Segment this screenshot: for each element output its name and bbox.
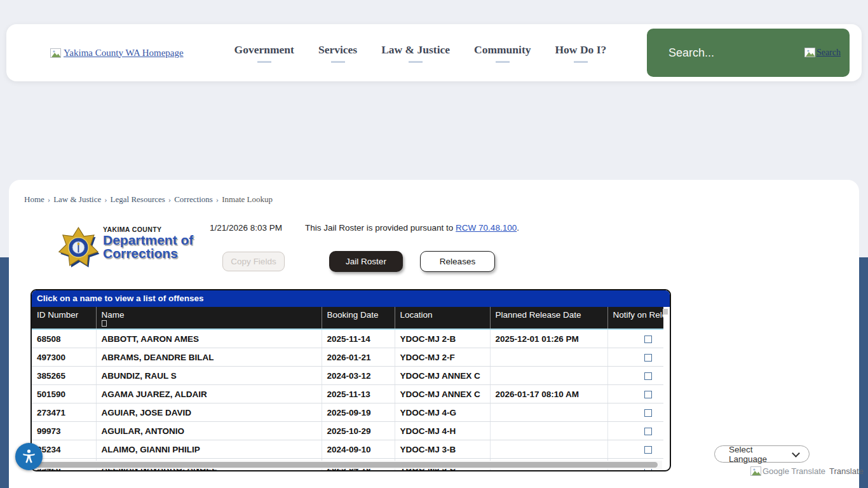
column-label: Booking Date	[327, 310, 379, 320]
rcw-link[interactable]: RCW 70.48.100	[456, 223, 517, 233]
notify-checkbox[interactable]	[644, 409, 652, 417]
nav-underline	[257, 61, 271, 63]
search-button-label: Search	[817, 48, 841, 58]
notify-checkbox[interactable]	[644, 446, 652, 454]
cell-booking-date: 2025-11-14	[322, 329, 395, 348]
cell-notify-on-release	[607, 348, 663, 367]
notify-checkbox[interactable]	[644, 391, 652, 398]
table-header-row: ID Number Name Booking Date Location Pla…	[32, 307, 663, 329]
cell-notify-on-release	[607, 385, 663, 403]
nav-item-community[interactable]: Community	[474, 43, 531, 63]
nav-item-services[interactable]: Services	[318, 43, 357, 63]
search-button[interactable]: Search	[804, 48, 841, 58]
breadcrumb-legal-resources[interactable]: Legal Resources	[111, 194, 165, 204]
column-header-location[interactable]: Location	[395, 307, 490, 329]
cell-planned-release-date	[490, 348, 607, 367]
column-header-booking-date[interactable]: Booking Date	[322, 307, 395, 329]
nav-label: Law & Justice	[381, 43, 450, 57]
nav-label: Government	[234, 43, 294, 57]
sort-placeholder-glyph	[102, 320, 107, 327]
column-label: Notify on Release	[613, 310, 664, 320]
cell-planned-release-date	[490, 403, 607, 422]
horizontal-scrollbar-thumb[interactable]	[36, 462, 658, 468]
site-header: Yakima County WA Homepage Government Ser…	[6, 24, 862, 81]
translate-label: Translate	[829, 466, 864, 476]
cell-planned-release-date: 2025-12-01 01:26 PM	[490, 329, 607, 348]
cell-booking-date: 2026-01-21	[322, 348, 395, 367]
cell-location: YDOC-MJ 4-G	[395, 403, 490, 422]
doc-dept-line1: Department of	[103, 233, 193, 247]
breadcrumb-separator: ›	[216, 194, 219, 204]
search-input[interactable]	[667, 46, 804, 60]
nav-item-law-justice[interactable]: Law & Justice	[381, 43, 450, 63]
cell-planned-release-date	[490, 422, 607, 440]
accessibility-button[interactable]	[15, 443, 43, 470]
nav-underline	[574, 61, 588, 63]
cell-inmate-name-link[interactable]: ABBOTT, AARON AMES	[96, 329, 322, 348]
broken-image-icon	[804, 48, 815, 57]
notify-checkbox[interactable]	[644, 372, 652, 380]
vertical-scrollbar[interactable]	[663, 309, 668, 315]
site-logo-link[interactable]: Yakima County WA Homepage	[50, 48, 184, 58]
inmate-roster-table: Click on a name to view a list of offens…	[31, 289, 671, 471]
roster-notice: This Jail Roster is provided pursuant to…	[305, 223, 519, 233]
broken-image-icon	[750, 466, 761, 476]
cell-inmate-name-link[interactable]: ALAIMO, GIANNI PHILIP	[96, 440, 322, 459]
table-row: 99973AGUILAR, ANTONIO2025-10-29YDOC-MJ 4…	[32, 422, 663, 440]
sheriff-badge-icon	[58, 224, 100, 273]
notify-checkbox[interactable]	[644, 336, 652, 343]
cell-inmate-name-link[interactable]: AGUILAR, ANTONIO	[96, 422, 322, 440]
jail-roster-button[interactable]: Jail Roster	[329, 251, 403, 272]
horizontal-scrollbar-track[interactable]	[33, 461, 662, 469]
breadcrumb-current-inmate-lookup: Inmate Lookup	[222, 194, 273, 204]
nav-label: Services	[318, 43, 357, 57]
cell-planned-release-date: 2026-01-17 08:10 AM	[490, 385, 607, 403]
breadcrumb-separator: ›	[48, 194, 50, 204]
breadcrumb-home[interactable]: Home	[24, 194, 44, 204]
cell-booking-date: 2025-09-19	[322, 403, 395, 422]
notice-period: .	[517, 223, 519, 233]
table-row: 273471AGUIAR, JOSE DAVID2025-09-19YDOC-M…	[32, 403, 663, 422]
nav-underline	[496, 61, 510, 63]
column-label: Location	[400, 310, 433, 320]
notify-checkbox[interactable]	[644, 354, 652, 362]
table-row: 68508ABBOTT, AARON AMES2025-11-14YDOC-MJ…	[32, 329, 663, 348]
nav-label: Community	[474, 43, 531, 57]
site-logo-alt-text: Yakima County WA Homepage	[64, 48, 184, 58]
nav-item-how-do-i[interactable]: How Do I?	[555, 43, 607, 63]
nav-label: How Do I?	[555, 43, 607, 57]
cell-id-number: 99973	[32, 422, 96, 440]
column-label: Name	[102, 310, 125, 320]
google-translate-attribution: Google Translate Translate	[750, 466, 864, 476]
column-header-notify-on-release[interactable]: Notify on Release	[607, 307, 663, 329]
nav-item-government[interactable]: Government	[234, 43, 294, 63]
cell-id-number: 68508	[32, 329, 96, 348]
table-row: 497300ABRAMS, DEANDRE BILAL2026-01-21YDO…	[32, 348, 663, 367]
cell-booking-date: 2025-11-13	[322, 385, 395, 403]
content-panel: Home›Law & Justice›Legal Resources›Corre…	[9, 180, 859, 488]
doc-logo-text: YAKIMA COUNTY Department of Corrections	[103, 226, 193, 260]
column-label: ID Number	[37, 310, 78, 320]
roster-timestamp: 1/21/2026 8:03 PM	[210, 223, 282, 233]
cell-inmate-name-link[interactable]: AGAMA JUAREZ, ALDAIR	[96, 385, 322, 403]
copy-fields-button[interactable]: Copy Fields	[222, 252, 285, 271]
cell-inmate-name-link[interactable]: ABRAMS, DEANDRE BILAL	[96, 348, 322, 367]
column-header-name[interactable]: Name	[96, 307, 322, 329]
cell-notify-on-release	[607, 329, 663, 348]
cell-planned-release-date	[490, 367, 607, 385]
cell-inmate-name-link[interactable]: AGUIAR, JOSE DAVID	[96, 403, 322, 422]
cell-inmate-name-link[interactable]: ABUNDIZ, RAUL S	[96, 367, 322, 385]
breadcrumb-law-justice[interactable]: Law & Justice	[53, 194, 101, 204]
cell-location: YDOC-MJ ANNEX C	[395, 385, 490, 403]
column-header-id-number[interactable]: ID Number	[32, 307, 96, 329]
column-header-planned-release-date[interactable]: Planned Release Date	[490, 307, 607, 329]
breadcrumb-separator: ›	[104, 194, 107, 204]
broken-image-icon	[50, 48, 61, 58]
breadcrumb: Home›Law & Justice›Legal Resources›Corre…	[24, 194, 273, 205]
notify-checkbox[interactable]	[644, 428, 652, 435]
doc-dept-line2: Corrections	[103, 247, 193, 260]
releases-button[interactable]: Releases	[420, 251, 495, 272]
language-select[interactable]: Select Language	[714, 445, 810, 463]
breadcrumb-corrections[interactable]: Corrections	[174, 194, 213, 204]
cell-location: YDOC-MJ 4-H	[395, 422, 490, 440]
